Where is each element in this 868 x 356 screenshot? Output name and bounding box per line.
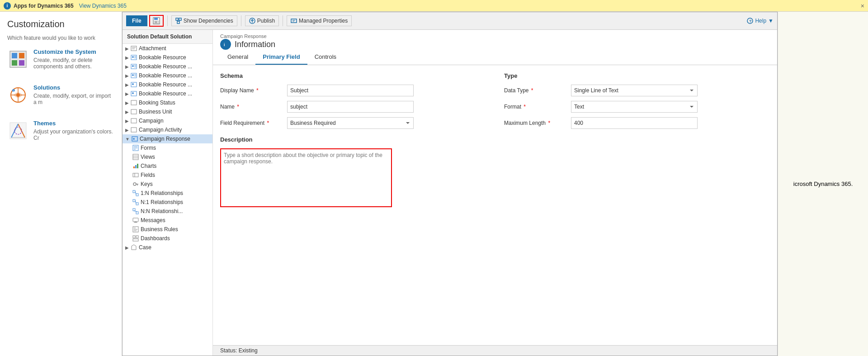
right-edge-text: icrosoft Dynamics 365. (793, 180, 853, 187)
tree-item-bookable1[interactable]: ▶ Bookable Resource (123, 53, 212, 62)
tree-item-forms[interactable]: Forms (130, 143, 212, 152)
tree-item-dashboards[interactable]: Dashboards (130, 234, 212, 243)
tree-item-bookable3[interactable]: ▶ Bookable Resource ... (123, 71, 212, 80)
max-length-input[interactable] (571, 117, 698, 129)
display-name-label: Display Name * (220, 87, 283, 94)
arrow-icon: ▶ (125, 100, 129, 105)
tree-item-n1[interactable]: N:1 Relationships (130, 198, 212, 207)
entity-icon (131, 244, 137, 251)
tree-item-bookable5[interactable]: ▶ Bookable Resource ... (123, 89, 212, 98)
tree-item-nn[interactable]: N:N Relationshi... (130, 207, 212, 216)
svg-rect-68 (136, 194, 138, 196)
solutions-desc: Create, modify, export, or import a m (33, 93, 114, 105)
dashboards-icon (132, 235, 139, 242)
required-star: * (531, 87, 533, 94)
entity-icon (131, 72, 137, 79)
tree-item-case[interactable]: ▶ Case (123, 243, 212, 252)
save-button[interactable] (149, 15, 164, 27)
tree-item-bookable4[interactable]: ▶ Bookable Resource ... (123, 80, 212, 89)
field-requirement-select[interactable]: Optional Business Recommended Business R… (287, 117, 414, 129)
tree-item-views[interactable]: Views (130, 152, 212, 161)
managed-properties-button[interactable]: Managed Properties (287, 15, 352, 26)
tree-children-campaign-response: Forms Views Charts (123, 143, 212, 243)
svg-rect-74 (136, 212, 138, 214)
help-label: Help (755, 18, 766, 24)
solutions-icon: + (7, 84, 29, 106)
dialog-body: Solution Default Solution ▶ Attachment ▶… (123, 30, 777, 356)
tree-item-fields[interactable]: Fields (130, 171, 212, 180)
svg-rect-46 (131, 100, 137, 105)
tree-item-business-unit[interactable]: ▶ Business Unit (123, 107, 212, 116)
right-edge: icrosoft Dynamics 365. (778, 12, 868, 356)
svg-rect-15 (176, 18, 178, 20)
feature-themes[interactable]: Themes Adjust your organization's colors… (7, 120, 114, 148)
keys-icon (132, 181, 139, 187)
svg-rect-12 (154, 18, 158, 20)
tab-general[interactable]: General (220, 50, 255, 65)
solution-sidebar: Solution Default Solution ▶ Attachment ▶… (123, 30, 213, 356)
tree-item-charts[interactable]: Charts (130, 161, 212, 171)
relationships-1n-icon (132, 190, 139, 196)
show-dependencies-button[interactable]: Show Dependencies (171, 15, 237, 26)
feature-customize[interactable]: Customize the System Create, modify, or … (7, 48, 114, 77)
file-button[interactable]: File (126, 15, 147, 26)
tree-item-keys[interactable]: Keys (130, 180, 212, 189)
tab-controls[interactable]: Controls (307, 50, 344, 65)
solutions-text: Solutions Create, modify, export, or imp… (33, 84, 114, 113)
data-type-row: Data Type * Single Line of Text Multiple… (504, 85, 770, 96)
tree-item-campaign-activity[interactable]: ▶ Campaign Activity (123, 125, 212, 134)
tree-item-booking[interactable]: ▶ Booking Status (123, 98, 212, 107)
tree-item-bookable2[interactable]: ▶ Bookable Resource ... (123, 62, 212, 71)
help-arrow: ▼ (768, 18, 774, 24)
managed-properties-icon (291, 18, 297, 24)
relationships-nn-icon (132, 208, 139, 214)
svg-rect-42 (131, 82, 137, 87)
tabs-bar: General Primary Field Controls (213, 50, 777, 65)
dependencies-icon (175, 18, 182, 24)
svg-rect-30 (131, 55, 137, 60)
publish-button[interactable]: Publish (245, 15, 279, 26)
format-select[interactable]: Text Email URL (571, 101, 698, 113)
tree-item-campaign[interactable]: ▶ Campaign (123, 116, 212, 125)
required-star: * (524, 104, 526, 110)
svg-rect-34 (131, 64, 137, 69)
description-textarea[interactable] (220, 148, 392, 207)
required-star: * (237, 104, 239, 110)
toolbar: File (123, 12, 777, 30)
svg-rect-71 (136, 203, 138, 205)
customize-heading: Customize the System (33, 48, 114, 55)
arrow-icon: ▶ (125, 64, 129, 69)
name-input[interactable] (287, 101, 414, 113)
svg-point-45 (132, 92, 134, 94)
entity-icon (131, 81, 137, 88)
svg-rect-59 (133, 166, 135, 168)
tree-item-messages[interactable]: Messages (130, 216, 212, 225)
dialog-window: File (122, 12, 778, 356)
entity-breadcrumb: Campaign Response (220, 33, 770, 39)
status-bar: Status: Existing (213, 345, 777, 356)
data-type-select[interactable]: Single Line of Text Multiple Lines of Te… (571, 85, 698, 96)
svg-rect-2 (19, 53, 24, 58)
description-section: Description (220, 136, 486, 209)
help-button[interactable]: ? Help ▼ (747, 18, 774, 24)
tree-item-1n[interactable]: 1:N Relationships (130, 189, 212, 198)
svg-point-31 (132, 56, 134, 58)
forms-icon (132, 145, 139, 151)
charts-icon (132, 163, 139, 169)
managed-properties-label: Managed Properties (299, 18, 348, 24)
breadcrumb-title-text: Information (235, 40, 275, 49)
svg-point-6 (16, 93, 20, 97)
close-button[interactable]: × (861, 2, 864, 9)
which-feature-text: Which feature would you like to work (7, 35, 114, 41)
feature-solutions[interactable]: + Solutions Create, modify, export, or i… (7, 84, 114, 113)
svg-rect-73 (133, 209, 135, 211)
solutions-heading: Solutions (33, 84, 114, 91)
svg-rect-60 (135, 165, 137, 168)
tree-item-business-rules[interactable]: Business Rules (130, 225, 212, 234)
tree-item-attachment[interactable]: ▶ Attachment (123, 44, 212, 53)
display-name-input[interactable] (287, 85, 414, 96)
view-dynamics-link[interactable]: View Dynamics 365 (79, 3, 127, 9)
tree-item-campaign-response[interactable]: ▼ Campaign Response (123, 134, 212, 143)
tab-primary-field[interactable]: Primary Field (255, 50, 307, 65)
svg-rect-70 (133, 199, 135, 202)
